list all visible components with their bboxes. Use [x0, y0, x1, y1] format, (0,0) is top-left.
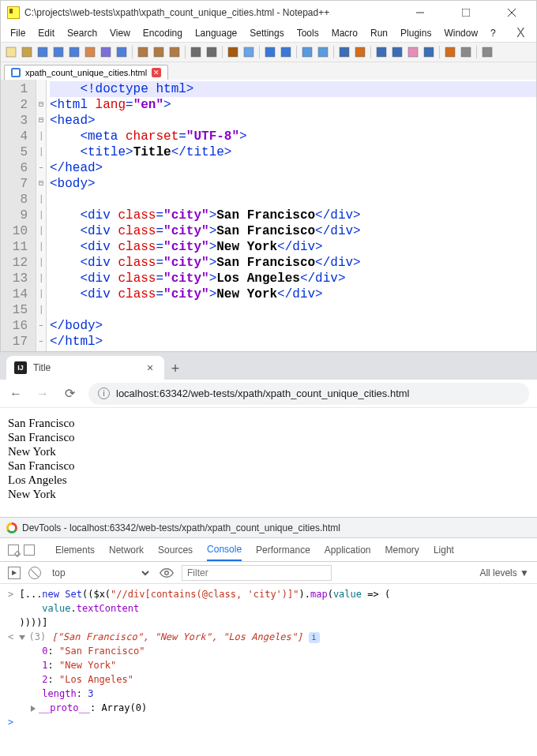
menu-item[interactable]: Tools: [292, 26, 324, 40]
devtools-tab[interactable]: Application: [325, 540, 371, 560]
devtools-tab[interactable]: Memory: [385, 540, 419, 560]
toolbar-button[interactable]: [136, 45, 150, 59]
log-levels-selector[interactable]: All levels ▼: [479, 567, 529, 578]
menu-item[interactable]: Macro: [327, 26, 362, 40]
svg-rect-9: [85, 47, 95, 57]
toolbar-button[interactable]: [300, 45, 314, 59]
back-button[interactable]: ←: [8, 387, 24, 401]
city-line: San Francisco: [8, 416, 529, 430]
svg-rect-27: [408, 47, 418, 57]
toolbar-button[interactable]: [99, 45, 113, 59]
toolbar-button[interactable]: [337, 45, 351, 59]
menu-item[interactable]: Window: [439, 26, 483, 40]
filter-input[interactable]: [182, 565, 332, 581]
toolbar-button[interactable]: [480, 45, 494, 59]
city-line: San Francisco: [8, 458, 529, 473]
toolbar-button[interactable]: [226, 45, 240, 59]
toolbar-button[interactable]: [459, 45, 473, 59]
toolbar-button[interactable]: [353, 45, 367, 59]
devtools-tab[interactable]: Sources: [158, 540, 193, 560]
tab-close-icon[interactable]: ×: [144, 361, 156, 374]
context-selector[interactable]: top: [49, 567, 152, 579]
toolbar-button[interactable]: [422, 45, 436, 59]
play-icon[interactable]: ▶: [8, 567, 21, 579]
toolbar-button[interactable]: [316, 45, 330, 59]
svg-rect-24: [355, 47, 365, 57]
toolbar-button[interactable]: [152, 45, 166, 59]
secondary-close-button[interactable]: X: [505, 26, 536, 40]
clear-console-icon[interactable]: [28, 567, 41, 579]
menu-item[interactable]: File: [6, 26, 30, 40]
close-button[interactable]: [494, 1, 530, 24]
svg-rect-22: [318, 47, 328, 57]
toolbar-button[interactable]: [263, 45, 277, 59]
menu-item[interactable]: Settings: [245, 26, 288, 40]
toolbar-button[interactable]: [205, 45, 219, 59]
file-tab[interactable]: xpath_count_unique_cities.html ✕: [4, 65, 168, 80]
devtools-tabs: ElementsNetworkSourcesConsolePerformance…: [0, 538, 537, 562]
devtools-tab[interactable]: Elements: [55, 540, 95, 560]
titlebar[interactable]: C:\projects\web-tests\xpath\xpath_count_…: [1, 1, 536, 24]
code-editor[interactable]: 1234567891011121314151617 ⊟⊟││–⊟││││││││…: [1, 80, 536, 351]
toolbar-button[interactable]: [374, 45, 389, 59]
favicon-icon: IJ: [14, 361, 27, 374]
svg-rect-6: [38, 47, 47, 57]
menu-item[interactable]: Language: [190, 26, 242, 40]
toolbar-button[interactable]: [83, 45, 97, 59]
toolbar-button[interactable]: [20, 45, 34, 59]
forward-button[interactable]: →: [35, 387, 51, 401]
menu-item[interactable]: Search: [62, 26, 102, 40]
svg-rect-15: [191, 47, 201, 57]
toolbar-button[interactable]: [279, 45, 293, 59]
code-content[interactable]: <!doctype html><html lang="en"><head> <m…: [47, 80, 536, 351]
toolbar-button[interactable]: [189, 45, 203, 59]
city-line: San Francisco: [8, 430, 529, 444]
notepadpp-window: C:\projects\web-tests\xpath\xpath_count_…: [0, 0, 537, 352]
devtools-tab[interactable]: Light: [434, 540, 454, 560]
url-bar[interactable]: i localhost:63342/web-tests/xpath/xpath_…: [88, 383, 529, 405]
toolbar-button[interactable]: [443, 45, 457, 59]
new-tab-button[interactable]: +: [164, 357, 186, 380]
file-icon: [11, 68, 21, 77]
tab-close-icon[interactable]: ✕: [152, 68, 161, 77]
toolbar-button[interactable]: [242, 45, 256, 59]
console-output[interactable]: > [...new Set(($x("//div[contains(@class…: [0, 584, 537, 737]
menu-item[interactable]: ?: [486, 26, 501, 40]
devtools-tab[interactable]: Console: [207, 539, 242, 561]
toolbar-button[interactable]: [51, 45, 66, 59]
toolbar-button[interactable]: [67, 45, 81, 59]
svg-rect-23: [340, 47, 349, 57]
menu-item[interactable]: View: [105, 26, 135, 40]
menu-item[interactable]: Encoding: [138, 26, 187, 40]
menu-item[interactable]: Run: [366, 26, 392, 40]
maximize-button[interactable]: [448, 1, 484, 24]
city-line: New York: [8, 487, 529, 501]
site-info-icon[interactable]: i: [98, 387, 110, 399]
svg-rect-16: [207, 47, 216, 57]
toolbar-button[interactable]: [390, 45, 404, 59]
menu-item[interactable]: Edit: [33, 26, 59, 40]
toolbar-button[interactable]: [36, 45, 50, 59]
browser-tab-title: Title: [33, 362, 137, 373]
devtools-titlebar[interactable]: DevTools - localhost:63342/web-tests/xpa…: [0, 518, 537, 538]
toolbar-button[interactable]: [406, 45, 420, 59]
inspect-icon[interactable]: [8, 545, 19, 556]
url-text: localhost:63342/web-tests/xpath/xpath_co…: [116, 387, 409, 399]
device-icon[interactable]: [24, 545, 35, 556]
dock-controls[interactable]: [8, 545, 35, 556]
minimize-button[interactable]: [402, 1, 438, 24]
menu-item[interactable]: Plugins: [396, 26, 436, 40]
toolbar-button[interactable]: [167, 45, 182, 59]
browser-toolbar: ← → ⟳ i localhost:63342/web-tests/xpath/…: [0, 380, 537, 408]
live-expression-icon[interactable]: [160, 567, 174, 579]
svg-rect-18: [244, 47, 253, 57]
devtools-tab[interactable]: Network: [109, 540, 144, 560]
reload-button[interactable]: ⟳: [62, 386, 77, 401]
toolbar-button[interactable]: [115, 45, 129, 59]
browser-tab[interactable]: IJ Title ×: [6, 356, 164, 380]
fold-gutter[interactable]: ⊟⊟││–⊟││││││││––: [36, 80, 47, 351]
svg-rect-4: [6, 47, 16, 57]
devtools-tab[interactable]: Performance: [256, 540, 310, 560]
toolbar-button[interactable]: [4, 45, 18, 59]
city-line: New York: [8, 444, 529, 458]
